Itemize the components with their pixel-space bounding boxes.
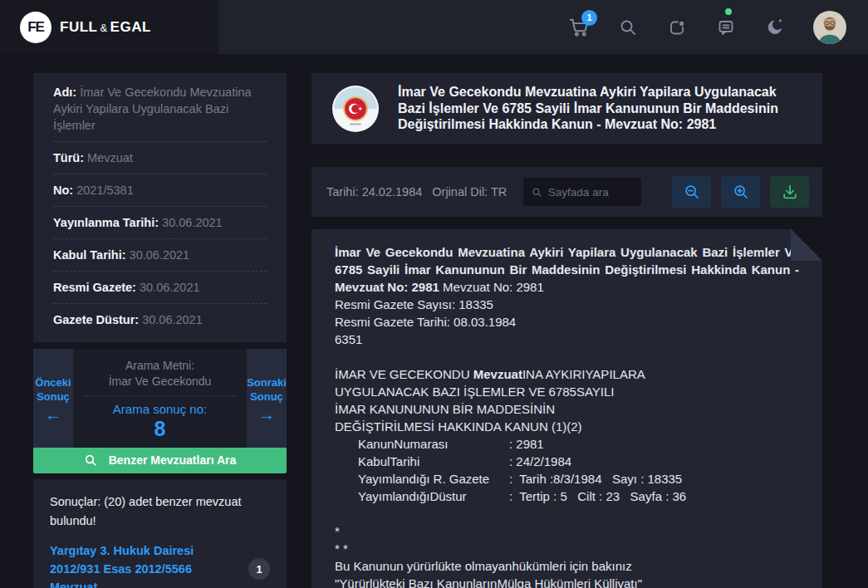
field-value: 30.06.2021 — [162, 216, 223, 229]
results-summary: Sonuçlar: (20) adet benzer mevzuat bulun… — [50, 492, 270, 531]
detail-row: KanunNumarası: 2981 — [335, 435, 799, 453]
brand-logo[interactable]: FE FULL&EGAL — [0, 0, 218, 54]
tbmm-emblem-icon — [331, 85, 380, 133]
arrow-left-icon: ← — [45, 407, 61, 422]
meta-line: Resmi Gazete Tarihi: 08.03.1984 — [335, 313, 799, 331]
caps-line: DEĞİŞTİRİLMESİ HAKKINDA KANUN (1)(2) — [335, 418, 799, 435]
search-result-navigator: Önceki Sonuç ← Arama Metni: İmar Ve Gece… — [33, 349, 287, 442]
field-label: No: — [53, 184, 76, 197]
document-date: Tarihi: 24.02.1984 — [326, 185, 422, 198]
next-result-label: Sonraki — [247, 375, 287, 390]
previous-result-label2: Sonuç — [37, 390, 70, 404]
detail-row: Yayımlandığı R. Gazete: Tarih :8/3/1984 … — [335, 470, 799, 488]
download-button[interactable] — [770, 176, 809, 208]
detail-label: KabulTarihi — [358, 453, 509, 470]
notifications-icon[interactable] — [666, 17, 688, 38]
search-query-box: Arama Metni: İmar Ve Gecekondu Arama son… — [73, 349, 247, 448]
caps-line: UYGULANACAK BAZI İŞLEMLER VE 6785SAYILI — [335, 383, 799, 400]
detail-value: : Tarih :8/3/1984 Sayı : 18335 — [509, 470, 682, 488]
caps-post: INA AYKIRIYAPILARA — [522, 367, 645, 381]
field-value: 2021/5381 — [76, 184, 134, 197]
zoom-out-button[interactable] — [672, 176, 711, 208]
field-kabul-tarihi: Kabul Tarihi: 30.06.2021 — [53, 238, 267, 271]
page-fold-icon — [791, 229, 822, 261]
arrow-right-icon: → — [258, 407, 275, 422]
document-text: İmar Ve Gecekondu Mevzuatina Aykiri Yapi… — [335, 243, 799, 588]
detail-row: YayımlandığıDüstur: Tertip : 5 Cilt : 23… — [335, 488, 799, 505]
detail-value: : 24/2/1984 — [509, 453, 571, 470]
messages-status-dot — [725, 8, 732, 15]
heading-regular: Mevzuat No: 2981 — [439, 280, 544, 294]
header-actions: 1 — [218, 0, 868, 54]
document-title-panel: İmar Ve Gecekondu Mevzuatina Aykiri Yapi… — [311, 73, 822, 144]
next-result-label2: Sonuç — [250, 390, 283, 404]
document-language: Orjinal Dil: TR — [432, 185, 507, 198]
footnote-line: Bu Kanunun yürürlükte olmayanhükümleri i… — [335, 557, 799, 575]
detail-value: : Tertip : 5 Cilt : 23 Sayfa : 36 — [509, 488, 686, 505]
result-number-label: Arama sonuç no: — [85, 402, 235, 416]
query-text: İmar Ve Gecekondu — [85, 375, 235, 388]
messages-icon[interactable] — [715, 17, 737, 38]
dark-mode-icon[interactable] — [764, 17, 786, 38]
zoom-out-icon — [683, 183, 701, 201]
search-icon[interactable] — [617, 17, 639, 38]
search-icon — [532, 186, 542, 198]
field-label: Adı: — [53, 86, 80, 99]
previous-result-label: Önceki — [35, 375, 71, 390]
zoom-in-icon — [732, 183, 750, 201]
similar-button-label: Benzer Mevzuatları Ara — [109, 453, 237, 467]
search-term-highlight: Mevzuat — [473, 367, 522, 381]
sidebar: Adı: İmar Ve Gecekondu Mevzuatina Aykiri… — [33, 73, 287, 588]
document-heading: İmar Ve Gecekondu Mevzuatina Aykiri Yapi… — [335, 243, 799, 296]
brand-word-full: FULL — [60, 19, 97, 35]
caps-pre: İMAR VE GECEKONDU — [335, 367, 473, 381]
document-info-panel: Adı: İmar Ve Gecekondu Mevzuatina Aykiri… — [33, 73, 287, 342]
brand-name: FULL&EGAL — [60, 19, 151, 36]
next-result-button[interactable]: Sonraki Sonuç → — [247, 349, 287, 448]
search-icon — [84, 453, 97, 467]
top-header: FE FULL&EGAL 1 — [0, 0, 868, 54]
field-value: 30.06.2021 — [140, 281, 200, 294]
previous-result-button[interactable]: Önceki Sonuç ← — [33, 349, 73, 448]
field-value: 30.06.2021 — [142, 313, 203, 326]
field-resmi-gazete: Resmi Gazete: 30.06.2021 — [53, 271, 267, 303]
page-search-box — [523, 178, 641, 206]
meta-line: Resmi Gazete Sayısı: 18335 — [335, 296, 799, 313]
field-value: İmar Ve Gecekondu Mevzuatina Aykiri Yapi… — [53, 86, 252, 132]
detail-value: : 2981 — [509, 435, 544, 453]
field-label: Gazete Düstur: — [53, 313, 142, 326]
field-turu: Türü: Mevzuat — [53, 141, 267, 174]
footnote-line: "Yürürlükteki Bazı KanunlarınMülga Hüküm… — [335, 575, 799, 588]
field-yayinlanma-tarihi: Yayınlanma Tarihi: 30.06.2021 — [53, 206, 267, 238]
cart-badge: 1 — [581, 10, 597, 26]
meta-line: 6351 — [335, 331, 799, 348]
brand-monogram-icon: FE — [20, 12, 51, 43]
zoom-in-button[interactable] — [721, 176, 760, 208]
document-viewer[interactable]: İmar Ve Gecekondu Mevzuatina Aykiri Yapi… — [311, 229, 822, 588]
user-avatar[interactable] — [813, 11, 846, 44]
result-number: 8 — [85, 417, 235, 441]
field-label: Yayınlanma Tarihi: — [53, 216, 162, 229]
field-label: Resmi Gazete: — [53, 281, 140, 294]
detail-row: KabulTarihi: 24/2/1984 — [335, 453, 799, 470]
cart-icon[interactable]: 1 — [568, 17, 590, 38]
similar-results-panel: Sonuçlar: (20) adet benzer mevzuat bulun… — [33, 479, 287, 588]
list-item: Yargıtay 3. Hukuk Dairesi 2012/931 Esas … — [50, 531, 270, 588]
caps-line: İMAR VE GECEKONDU MevzuatINA AYKIRIYAPIL… — [335, 365, 799, 383]
field-value: Mevzuat — [87, 151, 133, 164]
footnote-star: * — [335, 522, 799, 540]
field-adi: Adı: İmar Ve Gecekondu Mevzuatina Aykiri… — [53, 76, 267, 141]
download-icon — [781, 183, 799, 201]
footnote-star: * * — [335, 540, 799, 557]
field-label: Kabul Tarihi: — [53, 248, 130, 262]
brand-ampersand: & — [97, 22, 110, 34]
page-search-input[interactable] — [548, 186, 633, 198]
detail-label: KanunNumarası — [358, 435, 509, 453]
result-link[interactable]: Yargıtay 3. Hukuk Dairesi 2012/931 Esas … — [50, 541, 238, 588]
similar-legislation-search-button[interactable]: Benzer Mevzuatları Ara — [33, 447, 287, 473]
page-title: İmar Ve Gecekondu Mevzuatina Aykiri Yapi… — [398, 84, 802, 133]
footnotes-block: * * * Bu Kanunun yürürlükte olmayanhüküm… — [335, 522, 799, 588]
detail-label: Yayımlandığı R. Gazete — [358, 470, 509, 488]
query-label: Arama Metni: — [85, 359, 235, 372]
main-content: İmar Ve Gecekondu Mevzuatina Aykiri Yapi… — [311, 73, 822, 588]
